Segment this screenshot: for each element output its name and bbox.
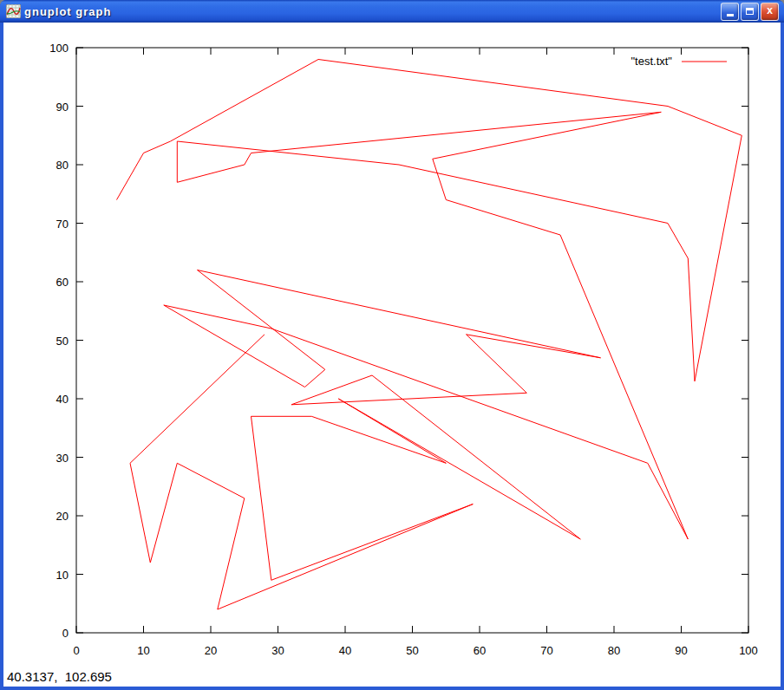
maximize-icon xyxy=(746,8,754,15)
close-icon: x xyxy=(767,5,773,16)
gnuplot-window: gnuplot graph x 010203040506070809010001… xyxy=(0,0,784,690)
x-tick-label: 80 xyxy=(608,644,620,657)
x-tick-label: 60 xyxy=(474,644,486,657)
x-tick-label: 20 xyxy=(205,644,217,657)
x-tick-label: 40 xyxy=(339,644,351,657)
window-controls: x xyxy=(721,3,779,21)
y-tick-label: 10 xyxy=(56,569,69,582)
x-tick-label: 100 xyxy=(739,644,758,657)
data-polyline xyxy=(117,60,742,610)
y-tick-label: 60 xyxy=(56,276,69,289)
cursor-coordinates: 40.3137, 102.695 xyxy=(7,669,112,684)
y-tick-label: 70 xyxy=(56,218,69,231)
title-bar[interactable]: gnuplot graph x xyxy=(0,0,784,23)
y-tick-label: 20 xyxy=(56,510,69,523)
maximize-button[interactable] xyxy=(741,3,759,21)
x-tick-label: 90 xyxy=(675,644,687,657)
y-tick-label: 30 xyxy=(56,452,69,465)
plot-border xyxy=(76,48,748,633)
line-chart: 0102030405060708090100010203040506070809… xyxy=(3,23,781,687)
plot-canvas[interactable]: 0102030405060708090100010203040506070809… xyxy=(3,23,781,687)
x-tick-label: 70 xyxy=(540,644,552,657)
y-tick-label: 100 xyxy=(49,42,69,55)
x-tick-label: 30 xyxy=(271,644,284,657)
legend-label: "test.txt" xyxy=(630,55,672,68)
y-tick-label: 0 xyxy=(62,627,69,640)
y-tick-label: 40 xyxy=(56,393,69,406)
x-tick-label: 50 xyxy=(406,644,418,657)
x-tick-label: 10 xyxy=(137,644,149,657)
minimize-button[interactable] xyxy=(721,3,739,21)
gnuplot-icon xyxy=(6,4,21,18)
window-title: gnuplot graph xyxy=(24,5,721,18)
y-tick-label: 80 xyxy=(56,159,69,172)
y-tick-label: 90 xyxy=(56,101,69,114)
y-tick-label: 50 xyxy=(56,335,69,348)
x-tick-label: 0 xyxy=(73,644,79,657)
minimize-icon xyxy=(727,14,734,16)
close-button[interactable]: x xyxy=(761,3,779,21)
